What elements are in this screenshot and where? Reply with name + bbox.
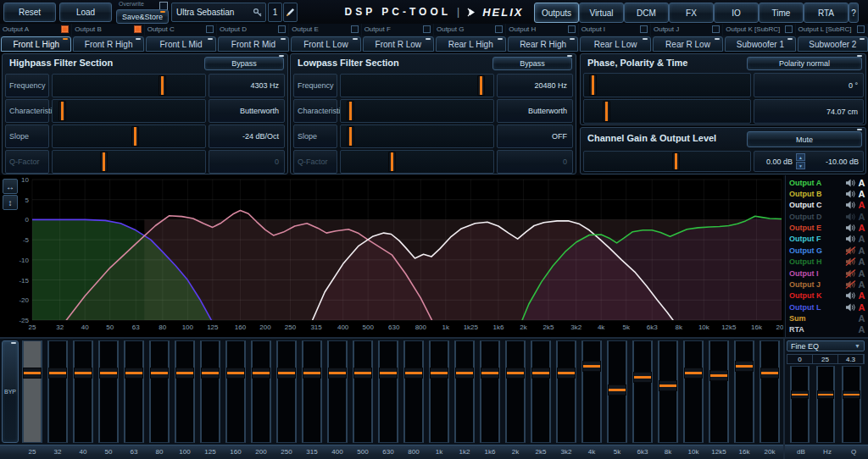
lowpass-slider[interactable] bbox=[340, 150, 494, 174]
nav-button-outputs[interactable]: Outputs bbox=[534, 3, 579, 23]
eq-band-slider[interactable] bbox=[607, 340, 627, 443]
eq-band-slider[interactable] bbox=[353, 340, 373, 443]
channel-mute-toggle[interactable] bbox=[844, 224, 857, 232]
tab-subwoofer-2[interactable]: Subwoofer 2 bbox=[798, 36, 868, 52]
sidebar-row-output-c[interactable]: Output C A bbox=[789, 200, 866, 211]
fine-eq-dropdown[interactable]: Fine EQ ▼ bbox=[787, 340, 865, 351]
eq-band-slider[interactable] bbox=[581, 340, 602, 443]
sidebar-row-output-h[interactable]: Output H A bbox=[789, 257, 866, 268]
eq-band-slider[interactable] bbox=[683, 340, 704, 443]
lowpass-bypass-button[interactable]: Bypass bbox=[492, 57, 572, 70]
sidebar-row-output-e[interactable]: Output E A bbox=[789, 222, 866, 233]
sidebar-row-output-a[interactable]: Output A A bbox=[789, 177, 866, 188]
highpass-slider[interactable] bbox=[52, 74, 206, 97]
phase-slider-handle[interactable] bbox=[603, 101, 610, 122]
sidebar-row-output-g[interactable]: Output G A bbox=[789, 245, 866, 256]
speaker-muted-icon[interactable] bbox=[845, 269, 856, 278]
reset-button[interactable]: Reset bbox=[3, 3, 56, 22]
sidebar-row-output-b[interactable]: Output B A bbox=[789, 188, 866, 199]
eq-band-slider[interactable] bbox=[556, 340, 576, 443]
gain-slider-handle[interactable] bbox=[672, 152, 680, 170]
sidebar-row-rta[interactable]: RTAA bbox=[789, 324, 866, 335]
nav-button-virtual[interactable]: Virtual bbox=[579, 3, 624, 23]
graph-zoom-horizontal-button[interactable]: ↔ bbox=[3, 179, 18, 194]
eq-band-handle[interactable] bbox=[404, 368, 423, 379]
channel-link-checkbox[interactable] bbox=[423, 25, 431, 33]
eq-band-handle[interactable] bbox=[557, 368, 576, 379]
nav-button-time[interactable]: Time bbox=[759, 3, 804, 23]
speaker-icon[interactable] bbox=[845, 179, 856, 187]
eq-band-handle[interactable] bbox=[201, 368, 220, 379]
nav-button-dcm[interactable]: DCM bbox=[624, 3, 669, 23]
eq-band-handle[interactable] bbox=[582, 361, 601, 372]
preset-name-field[interactable]: Ultra Sebastian bbox=[171, 3, 266, 22]
eq-band-handle[interactable] bbox=[303, 368, 321, 379]
channel-mute-toggle[interactable] bbox=[844, 246, 857, 255]
tab-front-r-high[interactable]: Front R High bbox=[73, 36, 143, 52]
speaker-icon[interactable] bbox=[845, 213, 856, 221]
channel-mute-toggle[interactable] bbox=[844, 213, 857, 221]
tab-front-l-high[interactable]: Front L High bbox=[1, 36, 71, 52]
eq-band-handle[interactable] bbox=[125, 368, 143, 379]
channel-mute-toggle[interactable] bbox=[844, 179, 857, 187]
sidebar-row-output-i[interactable]: Output I A bbox=[789, 268, 866, 279]
channel-mute-toggle[interactable] bbox=[844, 291, 857, 300]
eq-band-slider[interactable] bbox=[429, 340, 449, 443]
nav-button-fx[interactable]: FX bbox=[669, 3, 714, 23]
channel-mute-toggle[interactable] bbox=[844, 257, 857, 266]
eq-band-handle[interactable] bbox=[608, 384, 626, 395]
eq-band-handle[interactable] bbox=[99, 368, 118, 379]
eq-band-slider[interactable] bbox=[454, 340, 475, 443]
channel-link-checkbox[interactable] bbox=[351, 25, 359, 33]
eq-band-slider[interactable] bbox=[276, 340, 297, 443]
edit-preset-button[interactable] bbox=[283, 3, 298, 22]
lowpass-slider-handle[interactable] bbox=[388, 152, 396, 172]
fine-eq-slider-track[interactable] bbox=[790, 366, 810, 443]
mute-button[interactable]: Mute bbox=[747, 131, 862, 147]
speaker-muted-icon[interactable] bbox=[845, 246, 856, 255]
eq-band-slider[interactable] bbox=[200, 340, 220, 443]
lowpass-slider-handle[interactable] bbox=[347, 126, 354, 147]
highpass-slider-handle[interactable] bbox=[58, 101, 66, 121]
channel-link-checkbox[interactable] bbox=[712, 25, 720, 33]
eq-band-slider[interactable] bbox=[327, 340, 348, 443]
fine-eq-slider-track[interactable] bbox=[816, 366, 836, 443]
lowpass-slider[interactable] bbox=[340, 74, 494, 97]
eq-band-slider[interactable] bbox=[734, 340, 754, 443]
fine-eq-slider-track[interactable] bbox=[842, 366, 861, 443]
speaker-icon[interactable] bbox=[845, 303, 856, 312]
channel-mute-toggle[interactable] bbox=[844, 269, 857, 278]
channel-link-checkbox[interactable] bbox=[278, 25, 286, 33]
eq-band-handle[interactable] bbox=[48, 368, 67, 379]
eq-band-handle[interactable] bbox=[633, 372, 652, 383]
nav-button-[interactable]: ? bbox=[849, 3, 859, 23]
channel-mute-toggle[interactable] bbox=[844, 201, 857, 209]
phase-slider[interactable] bbox=[583, 99, 751, 124]
tab-rear-l-low[interactable]: Rear L Low bbox=[580, 36, 650, 52]
eq-band-slider[interactable] bbox=[378, 340, 398, 443]
polarity-button[interactable]: Polarity normal bbox=[747, 57, 862, 70]
highpass-slider-handle[interactable] bbox=[159, 75, 166, 96]
speaker-icon[interactable] bbox=[845, 201, 856, 209]
channel-link-checkbox[interactable] bbox=[568, 25, 576, 33]
tab-front-l-mid[interactable]: Front L Mid bbox=[146, 36, 216, 52]
channel-link-checkbox[interactable] bbox=[640, 25, 648, 33]
highpass-slider[interactable] bbox=[52, 124, 206, 148]
tab-rear-l-high[interactable]: Rear L High bbox=[436, 36, 506, 52]
eq-band-slider[interactable] bbox=[98, 340, 119, 443]
eq-band-slider[interactable] bbox=[505, 340, 526, 443]
eq-band-handle[interactable] bbox=[150, 368, 169, 379]
highpass-bypass-button[interactable]: Bypass bbox=[204, 57, 284, 70]
nav-button-io[interactable]: IO bbox=[714, 3, 759, 23]
eq-band-slider[interactable] bbox=[47, 340, 68, 443]
sidebar-row-sum[interactable]: SumA bbox=[789, 312, 866, 324]
gain-step-down-icon[interactable]: ▼ bbox=[796, 162, 805, 169]
eq-band-handle[interactable] bbox=[760, 368, 779, 379]
lowpass-slider-handle[interactable] bbox=[347, 101, 354, 121]
eq-band-slider[interactable] bbox=[480, 340, 500, 443]
sidebar-row-output-k[interactable]: Output K A bbox=[789, 290, 866, 301]
eq-band-handle[interactable] bbox=[379, 368, 398, 379]
sidebar-row-output-l[interactable]: Output L A bbox=[789, 301, 866, 312]
tab-rear-r-high[interactable]: Rear R High bbox=[508, 36, 578, 52]
eq-band-slider[interactable] bbox=[149, 340, 170, 443]
